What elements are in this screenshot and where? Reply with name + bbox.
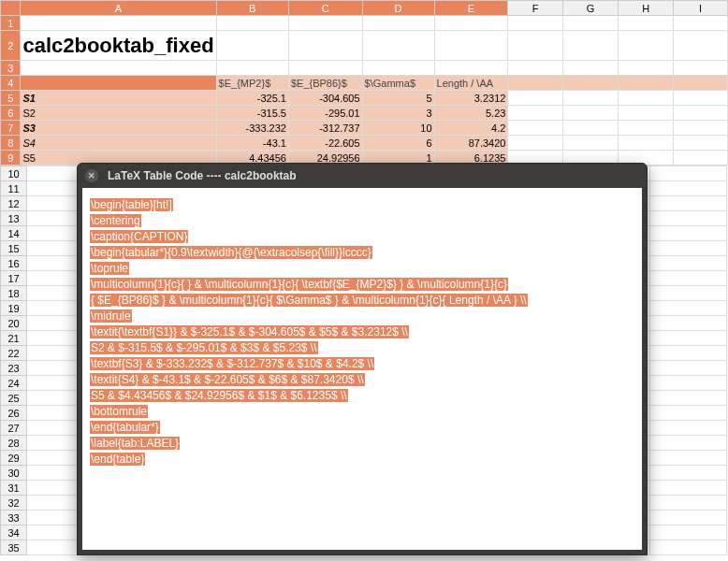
- row-header[interactable]: 21: [1, 331, 27, 346]
- latex-line: \textit{\textbf{S1}} & $-325.1$ & $-304.…: [90, 325, 409, 338]
- row-header[interactable]: 3: [1, 61, 21, 76]
- row-header[interactable]: 19: [1, 301, 27, 316]
- row-header[interactable]: 26: [1, 406, 27, 421]
- data-cell[interactable]: S1: [21, 91, 216, 106]
- row-header[interactable]: 5: [1, 91, 21, 106]
- row-header[interactable]: 32: [1, 496, 27, 511]
- col-header[interactable]: I: [674, 1, 728, 16]
- latex-line: \textit{S4} & $-43.1$ & $-22.605$ & $6$ …: [90, 373, 365, 386]
- dialog-title: LaTeX Table Code ---- calc2booktab: [108, 169, 297, 182]
- data-cell[interactable]: S4: [21, 136, 216, 151]
- row-header[interactable]: 4: [1, 76, 21, 91]
- row-header[interactable]: 11: [1, 181, 27, 196]
- col-header[interactable]: C: [288, 1, 362, 16]
- latex-code-dialog[interactable]: ✕ LaTeX Table Code ---- calc2booktab \be…: [77, 163, 648, 555]
- latex-line: S5 & $4.43456$ & $24.92956$ & $1$ & $6.1…: [90, 389, 348, 402]
- col-header[interactable]: F: [508, 1, 563, 16]
- latex-line: \begin{table}[ht!]: [90, 198, 173, 211]
- row-header[interactable]: 33: [1, 511, 27, 525]
- close-icon[interactable]: ✕: [85, 169, 98, 182]
- row-header[interactable]: 25: [1, 391, 27, 406]
- row-header[interactable]: 9: [1, 151, 21, 165]
- latex-line: \multicolumn{1}{c}{ } & \multicolumn{1}{…: [90, 278, 508, 291]
- latex-line: \label{tab:LABEL}: [90, 437, 180, 450]
- data-cell[interactable]: -312.737: [288, 121, 362, 136]
- col-header[interactable]: A: [21, 1, 216, 16]
- column-header-row: A B C D E F G H I: [1, 1, 728, 16]
- row-header[interactable]: 14: [1, 226, 27, 241]
- latex-line: \textbf{S3} & $-333.232$ & $-312.737$ & …: [90, 357, 374, 370]
- data-cell[interactable]: -304.605: [288, 91, 362, 106]
- data-cell[interactable]: -333.232: [216, 121, 288, 136]
- latex-line: \centering: [90, 214, 141, 227]
- row-header[interactable]: 16: [1, 256, 27, 271]
- latex-line: \end{table}: [90, 453, 145, 466]
- row-header[interactable]: 7: [1, 121, 21, 136]
- col-header[interactable]: D: [362, 1, 434, 16]
- row-header[interactable]: 31: [1, 481, 27, 496]
- row-header[interactable]: 8: [1, 136, 21, 151]
- col-header[interactable]: G: [563, 1, 619, 16]
- row-header[interactable]: 34: [1, 525, 27, 540]
- latex-line: \toprule: [90, 262, 129, 275]
- row-header[interactable]: 13: [1, 211, 27, 226]
- title-cell[interactable]: calc2booktab_fixed: [21, 31, 216, 61]
- latex-line: \end{tabular*}: [90, 421, 160, 434]
- row-header[interactable]: 10: [1, 166, 27, 181]
- table-header-cell[interactable]: $E_{BP86}$: [288, 76, 362, 91]
- row-header[interactable]: 22: [1, 346, 27, 361]
- latex-line: \begin{tabular*}{0.9\textwidth}{@{\extra…: [90, 246, 372, 259]
- data-cell[interactable]: 10: [362, 121, 434, 136]
- data-cell[interactable]: 5: [362, 91, 434, 106]
- latex-line: \bottomrule: [90, 405, 148, 418]
- corner-cell[interactable]: [1, 1, 21, 16]
- row-header[interactable]: 1: [1, 16, 21, 31]
- data-cell[interactable]: 4.2: [434, 121, 508, 136]
- cell[interactable]: [21, 16, 216, 31]
- row-header[interactable]: 27: [1, 421, 27, 436]
- data-cell[interactable]: -22.605: [288, 136, 362, 151]
- data-cell[interactable]: 3.2312: [434, 91, 508, 106]
- row-header[interactable]: 35: [1, 540, 27, 555]
- data-cell[interactable]: S2: [21, 106, 216, 121]
- data-cell[interactable]: 3: [362, 106, 434, 121]
- data-cell[interactable]: S3: [21, 121, 216, 136]
- table-header-cell[interactable]: $\Gamma$: [362, 76, 434, 91]
- row-header[interactable]: 28: [1, 436, 27, 451]
- row-header[interactable]: 30: [1, 466, 27, 481]
- data-cell[interactable]: -295.01: [288, 106, 362, 121]
- dialog-body[interactable]: \begin{table}[ht!]\centering\caption{CAP…: [82, 188, 642, 550]
- row-header[interactable]: 18: [1, 286, 27, 301]
- table-header-cell[interactable]: $E_{MP2}$: [216, 76, 288, 91]
- row-header[interactable]: 2: [1, 31, 21, 61]
- data-cell[interactable]: 5.23: [434, 106, 508, 121]
- row-header[interactable]: 20: [1, 316, 27, 331]
- row-header[interactable]: 15: [1, 241, 27, 256]
- table-header-cell[interactable]: Length / \AA: [434, 76, 508, 91]
- row-header[interactable]: 24: [1, 376, 27, 391]
- latex-line: \caption{CAPTION}: [90, 230, 188, 243]
- col-header[interactable]: B: [216, 1, 288, 16]
- row-header[interactable]: 12: [1, 196, 27, 211]
- active-cell[interactable]: [21, 76, 216, 91]
- row-header[interactable]: 6: [1, 106, 21, 121]
- col-header[interactable]: H: [619, 1, 674, 16]
- latex-line: \midrule: [90, 309, 132, 323]
- row-header[interactable]: 29: [1, 451, 27, 466]
- latex-code-text[interactable]: \begin{table}[ht!]\centering\caption{CAP…: [90, 197, 634, 468]
- data-cell[interactable]: -325.1: [216, 91, 288, 106]
- latex-line: S2 & $-315.5$ & $-295.01$ & $3$ & $5.23$…: [90, 341, 318, 354]
- row-header[interactable]: 17: [1, 271, 27, 286]
- data-cell[interactable]: 87.3420: [434, 136, 508, 151]
- data-cell[interactable]: 6: [362, 136, 434, 151]
- col-header[interactable]: E: [434, 1, 508, 16]
- latex-line: { $E_{BP86}$ } & \multicolumn{1}{c}{ $\G…: [90, 294, 528, 307]
- dialog-titlebar[interactable]: ✕ LaTeX Table Code ---- calc2booktab: [78, 164, 647, 188]
- data-cell[interactable]: -43.1: [216, 136, 288, 151]
- row-header[interactable]: 23: [1, 361, 27, 376]
- data-cell[interactable]: -315.5: [216, 106, 288, 121]
- sheet-title: calc2booktab_fixed: [22, 34, 213, 57]
